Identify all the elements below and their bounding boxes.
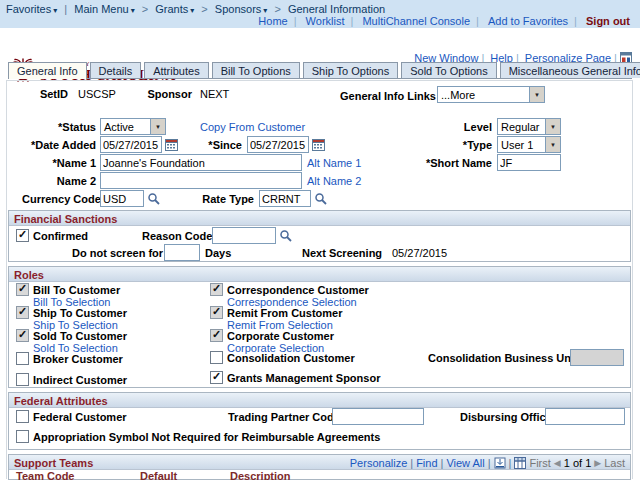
dropdown-arrow-icon: ▼ [150,119,165,134]
page-position: 1 of 1 [564,457,592,469]
separator: | [476,15,479,27]
trading-partner-code-input[interactable] [332,408,424,425]
confirmed-checkbox[interactable]: ✓ [16,229,29,242]
disbursing-office-label: Disbursing Office [460,411,552,423]
sold-to-customer-checkbox[interactable]: ✓ [16,329,29,342]
first-page-link[interactable]: First [529,457,550,469]
lookup-icon[interactable] [279,229,292,242]
name2-input[interactable] [100,172,302,189]
tab-bill-to-options[interactable]: Bill To Options [212,62,300,78]
previous-page-icon[interactable]: ◀ [554,458,561,468]
last-page-link[interactable]: Last [604,457,625,469]
alt-name2-link[interactable]: Alt Name 2 [307,175,361,187]
check-icon: ✓ [18,328,27,341]
signout-link[interactable]: Sign out [586,15,630,27]
date-added-label: *Date Added [28,139,96,151]
bill-to-customer-checkbox[interactable]: ✓ [16,283,29,296]
grid-popup-icon[interactable] [514,457,526,469]
remit-from-customer-label: Remit From Customer [227,307,343,319]
copy-from-customer-link[interactable]: Copy From Customer [200,121,305,133]
since-input[interactable] [247,136,309,153]
dropdown-arrow-icon: ▼ [545,119,560,134]
support-teams-title: Support Teams [14,457,93,469]
add-to-favorites-link[interactable]: Add to Favorites [488,15,568,27]
tab-details[interactable]: Details [90,62,142,78]
breadcrumb-item-favorites[interactable]: Favorites▾ [6,3,57,15]
separator: | [509,457,512,469]
breadcrumb-item-grants[interactable]: Grants▾ [155,3,194,15]
breadcrumb-separator: | [64,3,67,15]
worklist-link[interactable]: Worklist [306,15,345,27]
tab-ship-to-options[interactable]: Ship To Options [303,62,398,78]
short-name-input[interactable] [497,154,561,171]
next-screening-value: 05/27/2015 [392,247,447,259]
tab-misc-general-info[interactable]: Miscellaneous General Info [500,62,640,78]
consolidation-business-unit-label: Consolidation Business Unit [428,352,578,364]
appropriation-symbol-checkbox[interactable] [16,430,29,443]
separator: | [488,457,491,469]
tab-attributes[interactable]: Attributes [144,62,208,78]
lookup-icon[interactable] [314,192,327,205]
name2-label: Name 2 [40,175,96,187]
indirect-customer-label: Indirect Customer [33,374,127,386]
lookup-icon[interactable] [147,192,160,205]
currency-code-input[interactable] [100,190,144,207]
corporate-customer-label: Corporate Customer [227,330,334,342]
personalize-grid-link[interactable]: Personalize [350,457,407,469]
separator: | [574,15,577,27]
breadcrumb-label: Favorites [6,3,51,15]
caret-down-icon: ▾ [263,6,267,15]
multichannel-console-link[interactable]: MultiChannel Console [362,15,470,27]
tab-general-info[interactable]: General Info [8,62,87,79]
ship-to-customer-checkbox[interactable]: ✓ [16,306,29,319]
federal-customer-checkbox[interactable] [16,410,29,423]
caret-down-icon: ▾ [131,6,135,15]
do-not-screen-label: Do not screen for [72,247,163,259]
sold-to-customer-label: Sold To Customer [33,330,127,342]
reason-code-input[interactable] [212,227,276,244]
home-link[interactable]: Home [258,15,287,27]
dropdown-arrow-icon: ▼ [545,137,560,152]
type-select[interactable]: User 1 ▼ [497,136,561,153]
status-select[interactable]: Active ▼ [100,118,166,135]
do-not-screen-days-input[interactable] [164,244,200,261]
check-icon: ✓ [212,328,221,341]
rate-type-input[interactable] [259,190,311,207]
calendar-icon[interactable] [312,138,325,151]
consolidation-customer-label: Consolidation Customer [227,352,355,364]
find-link[interactable]: Find [416,457,437,469]
sponsor-value: NEXT [200,88,229,100]
status-label: *Status [40,121,96,133]
tab-sold-to-options[interactable]: Sold To Options [401,62,496,78]
check-icon: ✓ [18,282,27,295]
next-page-icon[interactable]: ▶ [594,458,601,468]
check-icon: ✓ [18,305,27,318]
name1-input[interactable] [100,154,302,171]
days-label: Days [205,247,231,259]
download-grid-icon[interactable] [494,457,506,469]
level-select[interactable]: Regular ▼ [497,118,561,135]
grants-management-sponsor-checkbox[interactable]: ✓ [210,371,223,384]
alt-name1-link[interactable]: Alt Name 1 [307,157,361,169]
level-label: Level [452,121,492,133]
consolidation-customer-checkbox[interactable] [210,351,223,364]
remit-from-customer-checkbox[interactable]: ✓ [210,306,223,319]
ship-to-customer-label: Ship To Customer [33,307,127,319]
column-header-default: Default [140,470,177,480]
correspondence-customer-checkbox[interactable]: ✓ [210,283,223,296]
date-added-input[interactable] [100,136,162,153]
calendar-icon[interactable] [165,138,178,151]
status-select-value: Active [101,121,150,133]
type-label: *Type [452,139,492,151]
broker-customer-checkbox[interactable] [16,352,29,365]
breadcrumb-item-sponsors[interactable]: Sponsors▾ [215,3,268,15]
general-info-links-select[interactable]: ...More ▼ [437,86,545,103]
check-icon: ✓ [18,228,27,241]
breadcrumb-item-main-menu[interactable]: Main Menu▾ [74,3,134,15]
view-all-link[interactable]: View All [446,457,484,469]
setid-label: SetID [36,88,68,100]
indirect-customer-checkbox[interactable] [16,373,29,386]
rate-type-label: Rate Type [202,193,254,205]
corporate-customer-checkbox[interactable]: ✓ [210,329,223,342]
disbursing-office-input[interactable] [545,408,625,425]
